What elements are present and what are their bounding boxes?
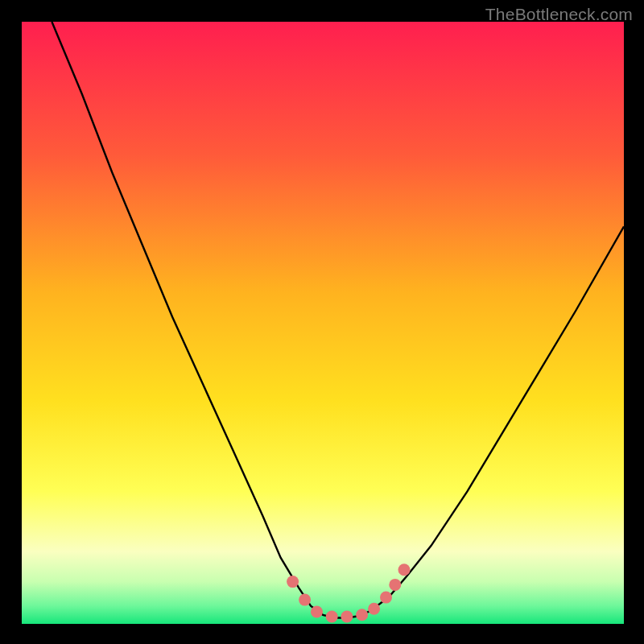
chart-frame: TheBottleneck.com (0, 0, 644, 644)
curve-marker (287, 576, 299, 588)
curve-marker (368, 603, 380, 615)
curve-marker (326, 611, 338, 623)
bottleneck-curve (22, 22, 624, 624)
curve-marker (299, 594, 311, 606)
curve-marker (380, 592, 392, 604)
curve-marker (341, 611, 353, 623)
curve-marker (398, 564, 411, 576)
watermark-text: TheBottleneck.com (485, 5, 633, 24)
plot-area (22, 22, 624, 624)
curve-line (52, 22, 624, 618)
curve-marker (356, 609, 368, 621)
curve-marker (311, 606, 323, 618)
curve-marker (389, 579, 401, 591)
